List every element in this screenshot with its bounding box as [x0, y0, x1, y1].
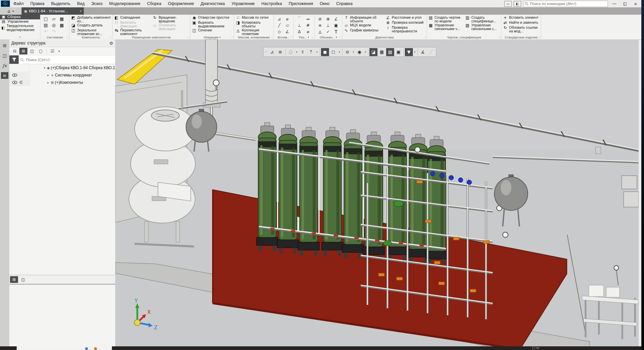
create-spec-button[interactable]: ▥ Создать спецификаци... [465, 16, 500, 23]
dim-arc-icon[interactable]: ⌒ [297, 16, 301, 22]
fix-on-button[interactable]: ⊓ Включить фиксацию [114, 21, 150, 28]
home-button[interactable]: ⌂ ▾ [0, 7, 22, 15]
undo-icon[interactable]: ↶ [44, 29, 48, 34]
menu-styling[interactable]: Оформление [165, 0, 197, 7]
cut-extrude-button[interactable]: ▣ Вырезать выдавливанием [192, 21, 232, 28]
notation-text-icon[interactable]: T [335, 29, 338, 34]
simple-hole-button[interactable]: ◉ Отверстие простое [192, 16, 232, 20]
menu-settings[interactable]: Настройка [258, 0, 286, 7]
linked-specs-button[interactable]: ▧ Управление связанными с... [465, 23, 500, 30]
panel-menu-icon[interactable]: ≡ [1, 72, 8, 79]
menu-select[interactable]: Выделить [48, 0, 74, 7]
close-button[interactable]: × [631, 1, 640, 7]
update-links-button[interactable]: ↻ Обновить ссылки на мод... [503, 26, 539, 33]
menu-modeling[interactable]: Моделирование [106, 0, 144, 7]
menu-edit[interactable]: Правка [27, 0, 48, 7]
filter-caret-icon[interactable]: ▾ [413, 51, 417, 53]
zoom-area-icon[interactable]: ◌ [287, 48, 295, 56]
aux-lcs-icon[interactable]: ▱ [286, 23, 289, 28]
group-drag-handle[interactable]: ∷ [538, 36, 540, 39]
menu-view[interactable]: Вид [74, 0, 88, 7]
app-logo-icon[interactable]: Ⓚ [1, 0, 10, 7]
zoom-caret-icon[interactable]: ▾ [295, 51, 298, 53]
notation-tolerance-icon[interactable]: ⊥ [326, 23, 330, 28]
group-drag-handle[interactable]: ∷ [312, 36, 314, 39]
tree-search-input[interactable] [19, 58, 115, 62]
aux-axis-icon[interactable]: ⌀ [286, 17, 288, 21]
tree-components-view-button[interactable]: ◫ [28, 48, 36, 54]
collision-check-button[interactable]: ⊗ Проверка коллизий [385, 21, 425, 25]
menu-help[interactable]: Справка [333, 0, 356, 7]
hide-objects-icon[interactable]: ⊘ [343, 48, 351, 56]
distance-angle-button[interactable]: ∠ Расстояние и угол [385, 16, 425, 20]
notation-check-icon[interactable]: ✓ [326, 29, 330, 34]
aux-plane-icon[interactable]: ╱ [278, 23, 280, 28]
render-quality-icon[interactable]: ▨ [386, 48, 394, 56]
expand-arrow-icon[interactable]: ▸ [46, 74, 50, 77]
tree-filter-button[interactable] [9, 55, 19, 64]
appearance-caret-icon[interactable]: ▾ [364, 51, 367, 53]
taskbar-app-icon[interactable] [85, 347, 88, 350]
rotation-rotation-button[interactable]: ↻ Вращение-вращение [152, 16, 189, 23]
appearance-icon[interactable]: ◉ [355, 48, 363, 56]
menu-window[interactable]: Окно [316, 0, 333, 7]
tree-structure-view-button[interactable]: ⊞ [19, 48, 27, 54]
new-document-icon[interactable]: □ [44, 16, 48, 21]
section-view-icon[interactable]: ◪ [369, 48, 377, 56]
linked-drawings-button[interactable]: ▦ Управление связанными ч... [428, 23, 463, 30]
gear-icon[interactable]: ⚙ [109, 41, 113, 46]
parameters-panel-icon[interactable]: ◫ [1, 52, 8, 59]
group-drag-handle[interactable]: ∷ [110, 36, 112, 39]
variables-panel-icon[interactable]: ƒx [1, 62, 8, 69]
notation-mark-icon[interactable]: ≡ [318, 23, 322, 28]
clipboard-icon[interactable]: ▣ [394, 48, 402, 56]
eye-icon[interactable] [12, 81, 17, 84]
group-drag-handle[interactable]: ∷ [340, 36, 341, 39]
tree-row-root[interactable]: ▾ ◆ (+)Сборка КВО.1-84 Сборка КВО.1-84 (… [9, 64, 115, 71]
print-icon[interactable]: ▤ [44, 23, 48, 28]
create-part-button[interactable]: ◪ Создать деталь [71, 23, 111, 28]
section-button[interactable]: ◫ Сечение [192, 28, 232, 33]
hide-objects-caret-icon[interactable]: ▾ [352, 51, 355, 53]
open-document-icon[interactable]: ▱ [52, 16, 55, 21]
mass-properties-button[interactable]: ▱ МЦХ модели [344, 23, 383, 28]
create-drawing-button[interactable]: ▤ Создать чертеж по модели [428, 16, 463, 23]
menu-file[interactable]: Файл [10, 0, 27, 7]
geometry-collection-button[interactable]: ◬ Коллекция геометрии [235, 28, 272, 35]
eye-icon[interactable] [12, 73, 17, 77]
group-drag-handle[interactable]: ∷ [424, 36, 426, 39]
command-search-input[interactable] [523, 1, 608, 7]
find-replace-button[interactable]: ⇄ Найти и заменить [503, 21, 539, 25]
shaded-view-icon[interactable]: ◼ [321, 48, 329, 56]
group-drag-handle[interactable]: ∷ [231, 36, 233, 39]
tab-close-icon[interactable]: × [79, 9, 82, 13]
mirror-component-button[interactable]: ◫ Зеркальное отражение ко... [71, 28, 111, 35]
copy-objects-button[interactable]: ◨ Копировать объекты [235, 21, 272, 28]
element-of-icon[interactable]: ∈ [19, 80, 23, 85]
orientation-caret-icon[interactable]: ▾ [315, 51, 319, 53]
notation-stamp-icon[interactable]: ▣ [334, 23, 338, 28]
grid-icon[interactable]: ▦ [378, 48, 386, 56]
tab-document[interactable]: ▣ КВО.1-84 - Установк... × [22, 7, 84, 15]
screen-settings-icon[interactable]: ◧ [514, 1, 521, 7]
dim-diameter-icon[interactable]: ⌀ [307, 29, 309, 34]
eyedropper-icon[interactable]: ╱ [427, 48, 435, 56]
taskbar-app-notch[interactable] [17, 346, 112, 350]
menu-management[interactable]: Управление [228, 0, 258, 7]
interface-layout-icon[interactable]: ▭ [504, 1, 512, 7]
tree-display-options-caret[interactable]: ▾ [57, 48, 61, 54]
group-drag-handle[interactable]: ∷ [67, 36, 68, 39]
menu-sketch[interactable]: Эскиз [88, 0, 106, 7]
filter-icon[interactable]: ▼ [405, 48, 413, 56]
move-component-button[interactable]: ↹ Переместить компонент [114, 28, 150, 35]
dim-angle-icon[interactable]: Δ [298, 29, 301, 34]
dim-perpendicular-icon[interactable]: ⊥ [298, 23, 301, 28]
tree-display-options-button[interactable]: ☑ [48, 48, 56, 54]
tree-ordered-view-button[interactable]: ⊟ [11, 48, 19, 54]
aux-spiral-icon[interactable]: ◇ [278, 29, 281, 34]
toolbar-drag-handle[interactable]: ∷ [264, 50, 268, 54]
taskbar-app-icon[interactable] [94, 347, 97, 350]
local-cs-icon[interactable]: ⊿ [268, 48, 276, 56]
mode-solid-modeling[interactable]: ◧ Твердотельное моделирование [0, 24, 40, 32]
dim-linear-icon[interactable]: ↔ [306, 17, 310, 21]
